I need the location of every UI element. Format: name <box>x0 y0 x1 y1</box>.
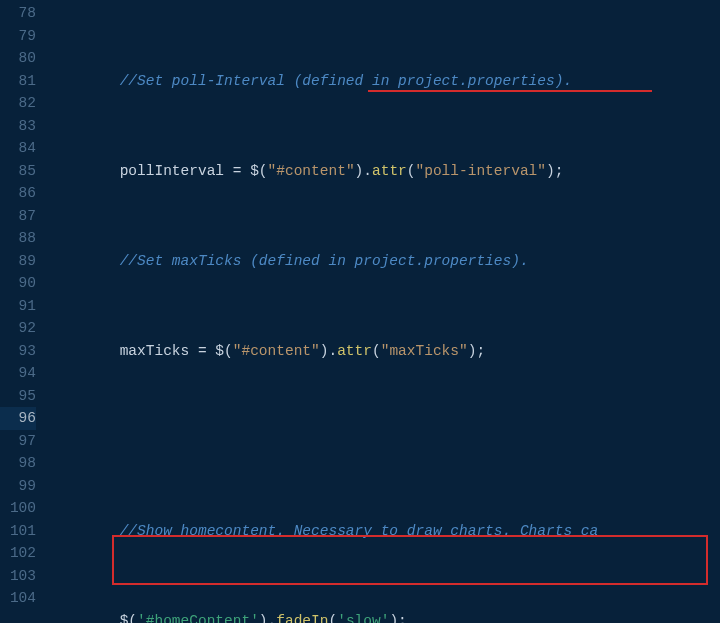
red-underline-annotation <box>368 90 652 92</box>
line-number: 91 <box>0 295 36 318</box>
line-number: 99 <box>0 475 36 498</box>
line-number: 79 <box>0 25 36 48</box>
code-area[interactable]: //Set poll-Interval (defined in project.… <box>50 0 720 623</box>
code-line[interactable]: maxTicks = $("#content").attr("maxTicks"… <box>50 340 720 363</box>
code-line[interactable]: //Show homecontent. Necessary to draw ch… <box>50 520 720 543</box>
line-number: 81 <box>0 70 36 93</box>
line-number: 83 <box>0 115 36 138</box>
line-number: 100 <box>0 497 36 520</box>
line-number: 86 <box>0 182 36 205</box>
line-number: 92 <box>0 317 36 340</box>
code-line[interactable]: //Set maxTicks (defined in project.prope… <box>50 250 720 273</box>
line-number: 90 <box>0 272 36 295</box>
line-number-gutter: 7879808182838485868788899091929394959697… <box>0 0 50 623</box>
line-number: 97 <box>0 430 36 453</box>
line-number: 85 <box>0 160 36 183</box>
code-editor[interactable]: 7879808182838485868788899091929394959697… <box>0 0 720 623</box>
line-number: 89 <box>0 250 36 273</box>
line-number: 87 <box>0 205 36 228</box>
line-number: 103 <box>0 565 36 588</box>
line-number: 102 <box>0 542 36 565</box>
line-number: 78 <box>0 2 36 25</box>
line-number: 93 <box>0 340 36 363</box>
code-line[interactable]: pollInterval = $("#content").attr("poll-… <box>50 160 720 183</box>
line-number: 88 <box>0 227 36 250</box>
line-number: 94 <box>0 362 36 385</box>
code-line[interactable] <box>50 430 720 453</box>
line-number: 84 <box>0 137 36 160</box>
line-number: 95 <box>0 385 36 408</box>
line-number: 104 <box>0 587 36 610</box>
code-line[interactable]: $('#homeContent').fadeIn('slow'); <box>50 610 720 624</box>
comment-text: //Show homecontent. Necessary to draw ch… <box>120 523 599 539</box>
line-number: 98 <box>0 452 36 475</box>
line-number: 80 <box>0 47 36 70</box>
code-line[interactable]: //Set poll-Interval (defined in project.… <box>50 70 720 93</box>
line-number: 101 <box>0 520 36 543</box>
comment-text: //Set maxTicks (defined in project.prope… <box>120 253 529 269</box>
comment-text: //Set poll-Interval (defined in project.… <box>120 73 572 89</box>
line-number: 82 <box>0 92 36 115</box>
line-number: 96 <box>0 407 36 430</box>
